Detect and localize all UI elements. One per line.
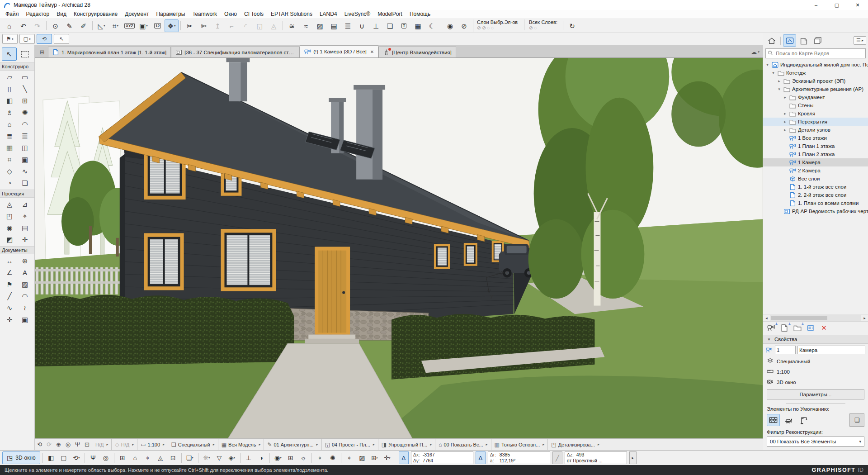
- tree-item-10[interactable]: 1 План 1 этажа: [763, 142, 868, 150]
- new-folder-button[interactable]: [793, 324, 802, 332]
- window-tool[interactable]: ⊞: [18, 95, 32, 106]
- cutaway-icon[interactable]: ◧: [45, 452, 57, 464]
- adjust-icon[interactable]: ↥: [211, 19, 225, 32]
- tracker-expand-icon[interactable]: ▸: [629, 451, 637, 464]
- publisher-icon[interactable]: [811, 34, 824, 47]
- find-select-icon[interactable]: ⊙: [48, 19, 62, 32]
- tree-item-9[interactable]: 1 Все этажи: [763, 134, 868, 142]
- menu-item-4[interactable]: Документ: [121, 10, 152, 19]
- marquee-options-button[interactable]: ▢▸: [19, 34, 35, 44]
- skylight-tool[interactable]: ◫: [18, 142, 32, 153]
- hotspot-tool[interactable]: ✛: [3, 314, 16, 325]
- painter-icon[interactable]: ⊥: [369, 19, 383, 32]
- tree-item-16[interactable]: 2. 2-й этаж все слои: [763, 191, 868, 199]
- tab-2[interactable]: (!) 1 Камера [3D / Все]✕: [300, 45, 378, 57]
- detail-level-dropdown[interactable]: ◳Детализирова...▸: [547, 439, 603, 450]
- fillet-icon[interactable]: ◜: [239, 19, 253, 32]
- menu-item-6[interactable]: Teamwork: [189, 10, 221, 19]
- layout-book-icon[interactable]: [797, 34, 810, 47]
- line-tool[interactable]: ╱: [3, 291, 16, 301]
- view-settings-button[interactable]: [807, 324, 815, 332]
- snap-grid-icon[interactable]: ⌗▾: [108, 19, 123, 32]
- split-icon[interactable]: ✂: [183, 19, 197, 32]
- zoom-in-icon[interactable]: ⊕: [54, 441, 63, 448]
- home-view-icon[interactable]: ⌂: [129, 452, 141, 464]
- highlight-selection-button[interactable]: ⟲: [37, 34, 52, 44]
- marquee-tool[interactable]: [18, 48, 33, 61]
- tree-item-13[interactable]: 2 Камера: [763, 166, 868, 175]
- curtain-wall-tool[interactable]: ▦: [3, 142, 16, 153]
- add-rendered-view-icon[interactable]: ⊞: [285, 452, 297, 464]
- scroll-left-icon[interactable]: ◂: [763, 316, 770, 320]
- photo-render-icon[interactable]: ◉▾: [272, 452, 284, 464]
- scroll-right-icon[interactable]: ▸: [861, 316, 868, 320]
- menu-item-5[interactable]: Параметры: [152, 10, 189, 19]
- tab-0[interactable]: 1. Маркировочный план 1 этаж [1. 1-й эта…: [48, 47, 171, 57]
- level-dimension-tool[interactable]: ⊕: [18, 256, 32, 266]
- toolbox-mode-button[interactable]: ⚑▸: [2, 34, 18, 44]
- camera-projection-icon[interactable]: ⌖: [142, 452, 154, 464]
- expander-icon[interactable]: ▸: [783, 111, 788, 116]
- tree-item-3[interactable]: ▾Архитектурные решения (АР): [763, 85, 868, 93]
- view-map-icon[interactable]: [783, 34, 796, 47]
- tree-item-6[interactable]: ▸Кровля: [763, 109, 868, 118]
- walk-tool-icon[interactable]: Ψ: [87, 452, 99, 464]
- grid-snap-options-icon[interactable]: ⊞▸: [369, 452, 381, 464]
- zone-tool[interactable]: ▣: [18, 154, 32, 165]
- pickup-parameters-icon[interactable]: ✎: [62, 19, 76, 32]
- tracker-xy-toggle[interactable]: Δ: [399, 451, 409, 464]
- expander-icon[interactable]: ▾: [777, 87, 782, 91]
- morph-tool[interactable]: ◇: [3, 166, 16, 176]
- trim-icon[interactable]: ✄: [197, 19, 211, 32]
- fly-through-icon[interactable]: ⌖: [314, 452, 326, 464]
- layer-combination-row[interactable]: Специальный: [763, 356, 868, 366]
- menu-item-2[interactable]: Вид: [53, 10, 70, 19]
- filter-elements-icon[interactable]: ❋▾: [201, 452, 212, 464]
- favorites-folder-button[interactable]: ❏: [849, 413, 864, 427]
- axonometry-tool[interactable]: ◩: [3, 234, 16, 245]
- hatching-icon[interactable]: ▨: [313, 19, 327, 32]
- tree-horizontal-scrollbar[interactable]: ◂ ▸: [763, 314, 868, 321]
- tree-item-11[interactable]: 1 План 2 этажа: [763, 150, 868, 158]
- minimize-button[interactable]: –: [806, 0, 826, 10]
- search-input[interactable]: [775, 50, 863, 57]
- tree-item-14[interactable]: Все слои: [763, 175, 868, 183]
- pen-set-dropdown[interactable]: ✎01 Архитектурн...▸: [264, 439, 321, 450]
- view-id-field[interactable]: [775, 346, 796, 354]
- filter-3d-icon[interactable]: ▽: [213, 452, 225, 464]
- dimension-standard-dropdown[interactable]: ▥Только Основн...▸: [491, 439, 548, 450]
- tracker-polar-box[interactable]: Δr:8385 a:112,19°: [488, 451, 550, 464]
- tab-3[interactable]: [Центр Взаимодействия]: [378, 47, 456, 57]
- delete-button[interactable]: ✕: [820, 324, 828, 332]
- tree-item-0[interactable]: ▾Индивидуальный жилой дом пос. По: [763, 61, 868, 69]
- sun-shadow-icon[interactable]: ☾: [425, 19, 439, 32]
- explore-model-icon[interactable]: ◎: [100, 452, 112, 464]
- stair-tool[interactable]: ≣: [3, 131, 16, 141]
- tree-item-2[interactable]: ▸Эскизный проект (ЭП): [763, 77, 868, 85]
- layer-combination-dropdown[interactable]: ❏Специальный▸: [168, 439, 218, 450]
- label-tool[interactable]: ⚑: [3, 279, 16, 290]
- tree-item-1[interactable]: ▾Котетдж: [763, 69, 868, 77]
- orbit-mode-icon[interactable]: ⟲▾: [71, 452, 82, 464]
- camera-tool[interactable]: ⌖: [18, 211, 32, 221]
- refresh-button[interactable]: ↻: [565, 19, 579, 32]
- floor-plan-cut-dropdown[interactable]: Н/Д▸: [92, 439, 111, 450]
- parameters-button[interactable]: Параметры...: [767, 390, 864, 399]
- tracker-polar-toggle[interactable]: Δ: [476, 451, 486, 464]
- arc-tool[interactable]: ◠: [18, 291, 32, 301]
- tab-close-icon[interactable]: ✕: [370, 49, 374, 54]
- window-type-row[interactable]: 3D-окно: [763, 377, 868, 387]
- walk-mode-icon[interactable]: Ψ: [73, 441, 82, 448]
- view-forward-icon[interactable]: ⟳: [44, 441, 54, 448]
- scale-dropdown[interactable]: ▭1:100▸: [137, 439, 168, 450]
- trace-reference-icon[interactable]: ▣▾: [137, 19, 151, 32]
- solid-operations-icon[interactable]: ≋: [285, 19, 299, 32]
- slab-tool[interactable]: ▭: [18, 72, 32, 82]
- profile-manager-icon[interactable]: ❏: [383, 19, 397, 32]
- tree-item-7[interactable]: ▸Перекрытия: [763, 118, 868, 126]
- tracker-z-toggle[interactable]: ╱: [552, 451, 562, 464]
- interactive-schedule-icon[interactable]: ▦: [411, 19, 425, 32]
- resize-icon[interactable]: ◱: [253, 19, 267, 32]
- shell-tool[interactable]: ◠: [18, 119, 32, 129]
- detail-tool[interactable]: ◉: [3, 223, 16, 233]
